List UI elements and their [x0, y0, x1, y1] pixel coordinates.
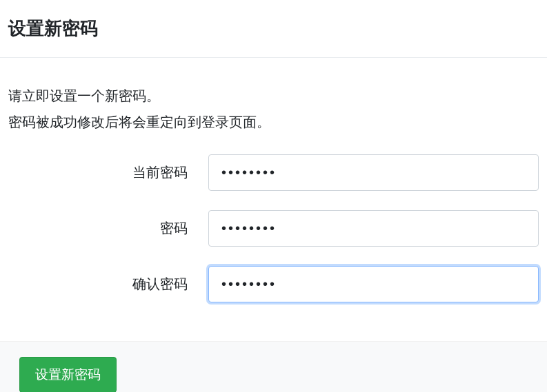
confirm-password-row: 确认密码 — [8, 266, 539, 302]
confirm-password-label: 确认密码 — [8, 275, 208, 293]
submit-button[interactable]: 设置新密码 — [19, 357, 117, 392]
page-header: 设置新密码 — [0, 0, 547, 58]
page-title: 设置新密码 — [8, 17, 539, 41]
password-row: 密码 — [8, 210, 539, 247]
form-footer: 设置新密码 — [0, 341, 547, 392]
description-line-2: 密码被成功修改后将会重定向到登录页面。 — [8, 109, 539, 135]
current-password-input[interactable] — [208, 154, 539, 191]
current-password-row: 当前密码 — [8, 154, 539, 191]
description-line-1: 请立即设置一个新密码。 — [8, 83, 539, 109]
page-container: 设置新密码 请立即设置一个新密码。 密码被成功修改后将会重定向到登录页面。 当前… — [0, 0, 547, 392]
password-form: 当前密码 密码 确认密码 — [0, 154, 547, 341]
current-password-label: 当前密码 — [8, 163, 208, 182]
description-block: 请立即设置一个新密码。 密码被成功修改后将会重定向到登录页面。 — [0, 58, 547, 154]
confirm-password-input[interactable] — [208, 266, 539, 302]
password-label: 密码 — [8, 219, 208, 238]
password-input[interactable] — [208, 210, 539, 247]
